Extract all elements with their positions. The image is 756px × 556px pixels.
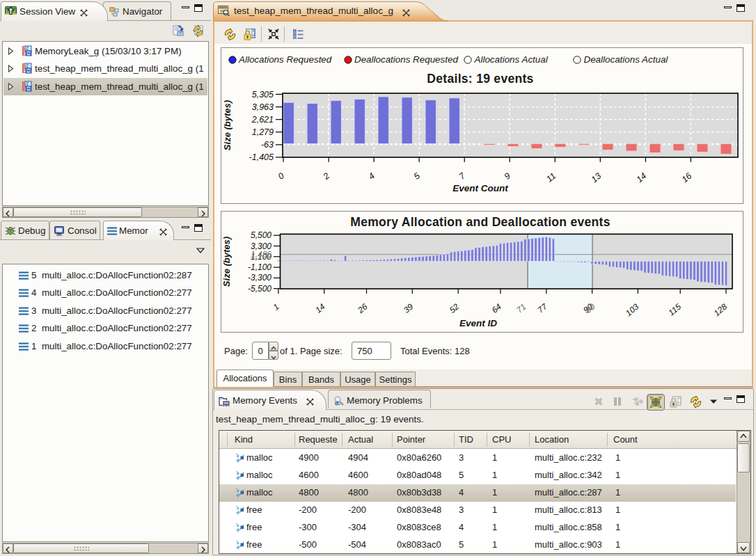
svg-text:3,963: 3,963: [252, 102, 274, 112]
svg-text:16: 16: [680, 171, 694, 185]
svg-text:39: 39: [402, 301, 415, 315]
svg-text:Event ID: Event ID: [459, 318, 497, 328]
svg-text:5,305: 5,305: [252, 90, 274, 100]
svg-text:64: 64: [490, 301, 503, 315]
svg-text:Event Count: Event Count: [452, 183, 508, 193]
svg-text:1,279: 1,279: [252, 127, 274, 137]
svg-text:4: 4: [367, 171, 377, 182]
svg-text:11: 11: [544, 171, 558, 184]
svg-text:115: 115: [666, 301, 683, 317]
svg-text:103: 103: [624, 301, 641, 318]
svg-text:0: 0: [276, 171, 286, 182]
svg-text:7: 7: [457, 170, 468, 182]
svg-text:1: 1: [271, 302, 281, 312]
svg-text:52: 52: [448, 301, 461, 315]
svg-text:1,486: 1,486: [251, 250, 271, 260]
svg-text:-1,405: -1,405: [249, 152, 274, 162]
svg-text:Size (bytes): Size (bytes): [222, 100, 233, 150]
svg-text:-1,100: -1,100: [248, 262, 271, 272]
svg-text:14: 14: [635, 171, 649, 185]
svg-text:5,500: 5,500: [251, 230, 271, 240]
svg-text:-3,300: -3,300: [248, 273, 271, 283]
svg-text:-5,500: -5,500: [248, 284, 271, 294]
svg-text:13: 13: [590, 171, 604, 185]
svg-text:2: 2: [321, 171, 331, 182]
svg-text:-63: -63: [261, 140, 274, 150]
svg-text:2,621: 2,621: [251, 115, 274, 125]
svg-text:128: 128: [712, 301, 730, 318]
svg-text:5: 5: [412, 171, 422, 182]
svg-text:9: 9: [503, 171, 512, 182]
svg-text:26: 26: [355, 301, 369, 315]
svg-text:77: 77: [535, 301, 549, 315]
svg-text:71: 71: [514, 302, 528, 315]
svg-text:14: 14: [313, 301, 326, 315]
svg-text:Size (bytes): Size (bytes): [221, 237, 232, 287]
